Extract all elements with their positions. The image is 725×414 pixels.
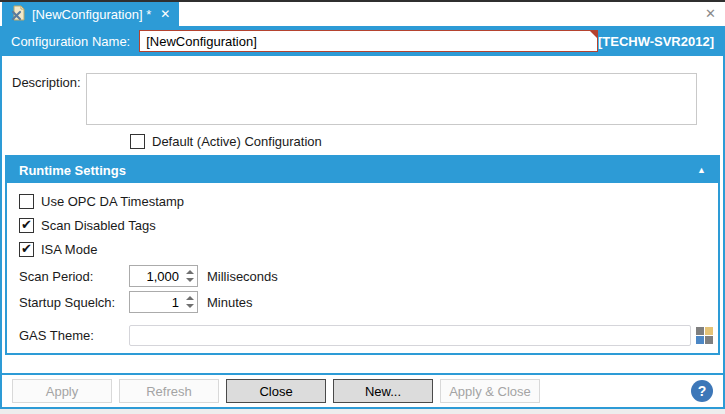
use-opc-da-timestamp-label: Use OPC DA Timestamp <box>41 194 184 209</box>
runtime-settings-section: Runtime Settings ▲ Use OPC DA Timestamp … <box>5 155 720 355</box>
spin-down-icon[interactable] <box>186 278 194 282</box>
opc-da-timestamp-row: Use OPC DA Timestamp <box>19 189 713 213</box>
help-icon[interactable]: ? <box>691 380 713 402</box>
spin-up-icon[interactable] <box>186 270 194 274</box>
description-label: Description: <box>12 73 86 125</box>
configuration-name-bar: Configuration Name: [TECHW-SVR2012] <box>2 26 723 56</box>
apply-and-close-button[interactable]: Apply & Close <box>440 379 540 403</box>
scan-period-label: Scan Period: <box>19 269 129 284</box>
scan-disabled-tags-label: Scan Disabled Tags <box>41 218 156 233</box>
default-configuration-row: Default (Active) Configuration <box>130 133 713 150</box>
use-opc-da-timestamp-checkbox[interactable] <box>19 194 34 209</box>
description-row: Description: <box>12 73 713 125</box>
gas-theme-row: GAS Theme: <box>19 324 713 346</box>
theme-picker-icon[interactable] <box>696 327 713 344</box>
runtime-settings-body: Use OPC DA Timestamp Scan Disabled Tags … <box>7 183 718 353</box>
collapse-arrow-icon[interactable]: ▲ <box>697 165 706 175</box>
server-name-label: [TECHW-SVR2012] <box>598 34 714 49</box>
new-button[interactable]: New... <box>333 379 433 403</box>
spin-down-icon[interactable] <box>186 304 194 308</box>
startup-squelch-unit-label: Minutes <box>207 295 253 310</box>
scan-period-unit-label: Milliseconds <box>207 269 278 284</box>
configuration-name-input[interactable] <box>139 30 598 52</box>
tab-bar: [NewConfiguration] * ✕ ✕ <box>0 2 725 26</box>
validation-error-corner-icon <box>590 31 597 38</box>
close-button[interactable]: Close <box>226 379 326 403</box>
application-window: [NewConfiguration] * ✕ ✕ Configuration N… <box>0 0 725 414</box>
tab-close-icon[interactable]: ✕ <box>160 7 170 21</box>
gas-theme-label: GAS Theme: <box>19 328 129 343</box>
startup-squelch-stepper <box>129 291 198 313</box>
apply-button[interactable]: Apply <box>12 379 112 403</box>
scan-period-row: Scan Period: Milliseconds <box>19 265 713 287</box>
pane-close-icon[interactable]: ✕ <box>705 6 716 21</box>
startup-squelch-row: Startup Squelch: Minutes <box>19 291 713 313</box>
configuration-dialog: Configuration Name: [TECHW-SVR2012] Desc… <box>0 26 725 409</box>
dialog-footer: Apply Refresh Close New... Apply & Close… <box>2 373 723 407</box>
isa-mode-label: ISA Mode <box>41 242 97 257</box>
gas-theme-input[interactable] <box>129 325 691 346</box>
startup-squelch-label: Startup Squelch: <box>19 295 129 310</box>
default-configuration-checkbox[interactable] <box>130 134 145 149</box>
description-input[interactable] <box>86 73 697 125</box>
configuration-name-label: Configuration Name: <box>11 34 130 49</box>
tab-title: [NewConfiguration] * <box>32 7 151 22</box>
scan-disabled-tags-checkbox[interactable] <box>19 218 34 233</box>
configuration-document-icon <box>11 5 26 24</box>
scan-disabled-tags-row: Scan Disabled Tags <box>19 213 713 237</box>
isa-mode-row: ISA Mode <box>19 237 713 261</box>
scan-period-stepper <box>129 265 198 287</box>
scan-period-spin-buttons <box>186 266 194 286</box>
configuration-name-input-wrap <box>139 30 598 52</box>
refresh-button[interactable]: Refresh <box>119 379 219 403</box>
isa-mode-checkbox[interactable] <box>19 242 34 257</box>
spin-up-icon[interactable] <box>186 296 194 300</box>
tab-newconfiguration[interactable]: [NewConfiguration] * ✕ <box>2 2 179 26</box>
runtime-settings-title: Runtime Settings <box>19 163 126 178</box>
window-bottom-edge <box>0 409 725 414</box>
general-section: Description: Default (Active) Configurat… <box>2 56 723 150</box>
startup-squelch-spin-buttons <box>186 292 194 312</box>
default-configuration-label: Default (Active) Configuration <box>152 134 322 149</box>
runtime-settings-header[interactable]: Runtime Settings ▲ <box>7 157 718 183</box>
